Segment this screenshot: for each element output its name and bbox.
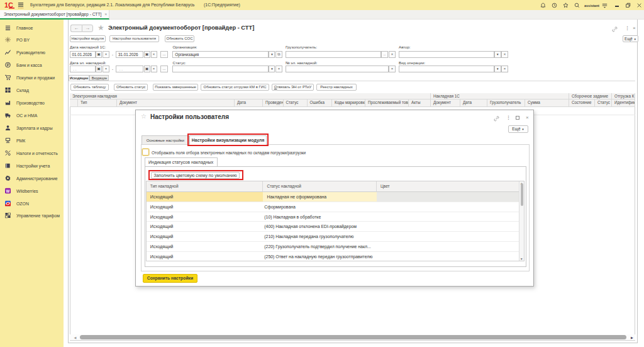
svg-text:W: W (6, 188, 10, 193)
